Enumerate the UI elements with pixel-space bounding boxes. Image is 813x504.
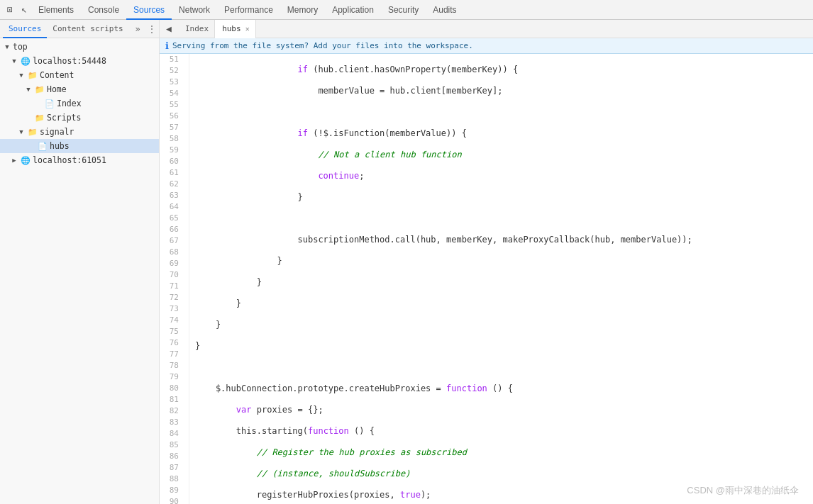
ln-78: 78 <box>160 360 183 371</box>
tab-console[interactable]: Console <box>81 0 126 20</box>
ln-61: 61 <box>160 167 183 179</box>
tree-item-home[interactable]: ▼ 📁 Home <box>0 82 159 96</box>
tree-item-scripts[interactable]: 📁 Scripts <box>0 111 159 125</box>
tab-performance[interactable]: Performance <box>217 0 280 20</box>
sidebar-tab-content-scripts[interactable]: Content scripts <box>47 20 128 38</box>
tab-memory[interactable]: Memory <box>280 0 325 20</box>
ln-57: 57 <box>160 122 183 133</box>
ln-76: 76 <box>160 337 183 349</box>
ln-72: 72 <box>160 292 183 303</box>
code-line-67: var proxies = {}; <box>195 404 813 415</box>
ln-51: 51 <box>160 54 183 65</box>
ln-58: 58 <box>160 133 183 145</box>
code-line-59: subscriptionMethod.call(hub, memberKey, … <box>195 234 813 245</box>
ln-55: 55 <box>160 99 183 111</box>
code-line-62: } <box>195 298 813 309</box>
ln-67: 67 <box>160 235 183 247</box>
tree-item-hubs[interactable]: 📄 hubs <box>0 139 159 153</box>
devtools-icon-1: ⊡ <box>3 0 17 20</box>
ln-59: 59 <box>160 145 183 156</box>
code-editor[interactable]: 51 52 53 54 55 56 57 58 59 60 61 62 63 6… <box>160 54 813 504</box>
tab-audits[interactable]: Audits <box>426 0 463 20</box>
ln-82: 82 <box>160 405 183 417</box>
ln-74: 74 <box>160 315 183 326</box>
tree-item-top[interactable]: ▼ top <box>0 40 159 54</box>
code-line-56: continue; <box>195 170 813 181</box>
line-numbers: 51 52 53 54 55 56 57 58 59 60 61 62 63 6… <box>160 54 189 504</box>
file-tab-hubs[interactable]: hubs ✕ <box>215 20 256 38</box>
code-line-65 <box>195 362 813 373</box>
ln-71: 71 <box>160 281 183 292</box>
tree-item-index[interactable]: 📄 Index <box>0 96 159 111</box>
code-line-52: memberValue = hub.client[memberKey]; <box>195 85 813 96</box>
code-line-64: } <box>195 340 813 352</box>
code-line-70: // (instance, shouldSubscribe) <box>195 468 813 479</box>
ln-79: 79 <box>160 371 183 383</box>
ln-68: 68 <box>160 247 183 258</box>
code-line-63: } <box>195 319 813 330</box>
info-banner-text: Serving from the file system? Add your f… <box>172 41 473 50</box>
tab-application[interactable]: Application <box>325 0 381 20</box>
ln-90: 90 <box>160 496 183 504</box>
ln-56: 56 <box>160 111 183 122</box>
info-icon: ℹ <box>165 40 169 51</box>
ln-62: 62 <box>160 179 183 190</box>
code-line-54: if (!$.isFunction(memberValue)) { <box>195 128 813 139</box>
ln-84: 84 <box>160 428 183 439</box>
ln-73: 73 <box>160 303 183 315</box>
ln-65: 65 <box>160 213 183 224</box>
code-line-68: this.starting(function () { <box>195 425 813 437</box>
ln-69: 69 <box>160 258 183 269</box>
code-line-51: if (hub.client.hasOwnProperty(memberKey)… <box>195 64 813 75</box>
ln-63: 63 <box>160 190 183 201</box>
ln-87: 87 <box>160 462 183 474</box>
ln-53: 53 <box>160 77 183 88</box>
tree-item-signalr[interactable]: ▼ 📁 signalr <box>0 125 159 139</box>
ln-70: 70 <box>160 269 183 281</box>
file-tab-index[interactable]: Index <box>178 20 215 38</box>
sidebar-tab-sources[interactable]: Sources <box>3 20 47 38</box>
sidebar-tabs: Sources Content scripts » ⋮ <box>0 20 159 38</box>
code-line-55: // Not a client hub function <box>195 149 813 160</box>
file-tabs-bar: ◀ Index hubs ✕ <box>160 20 813 38</box>
ln-80: 80 <box>160 383 183 394</box>
ln-86: 86 <box>160 451 183 462</box>
tree-item-localhost-54448[interactable]: ▼ 🌐 localhost:54448 <box>0 54 159 68</box>
code-line-60: } <box>195 255 813 267</box>
content-panel: ◀ Index hubs ✕ ℹ Serving from the file s… <box>160 20 813 504</box>
back-button[interactable]: ◀ <box>160 20 178 38</box>
main-layout: Sources Content scripts » ⋮ ▼ top ▼ 🌐 lo… <box>0 20 813 504</box>
ln-66: 66 <box>160 224 183 235</box>
ln-54: 54 <box>160 88 183 99</box>
ln-83: 83 <box>160 417 183 428</box>
tab-sources[interactable]: Sources <box>126 0 172 20</box>
code-line-66: $.hubConnection.prototype.createHubProxi… <box>195 383 813 394</box>
ln-77: 77 <box>160 349 183 360</box>
tab-network[interactable]: Network <box>172 0 217 20</box>
info-banner: ℹ Serving from the file system? Add your… <box>160 38 813 54</box>
ln-88: 88 <box>160 474 183 485</box>
ln-64: 64 <box>160 201 183 213</box>
ln-85: 85 <box>160 439 183 451</box>
ln-75: 75 <box>160 326 183 337</box>
ln-89: 89 <box>160 485 183 496</box>
sidebar: Sources Content scripts » ⋮ ▼ top ▼ 🌐 lo… <box>0 20 160 504</box>
tree-item-localhost-61051[interactable]: ▶ 🌐 localhost:61051 <box>0 153 159 167</box>
code-content: if (hub.client.hasOwnProperty(memberKey)… <box>189 54 813 504</box>
devtools-icon-2: ↖ <box>17 0 31 20</box>
tab-security[interactable]: Security <box>381 0 426 20</box>
ln-60: 60 <box>160 156 183 167</box>
ln-81: 81 <box>160 394 183 405</box>
file-tab-index-label: Index <box>185 24 209 33</box>
code-line-57: } <box>195 191 813 203</box>
sidebar-options-button[interactable]: ⋮ <box>148 24 156 34</box>
ln-52: 52 <box>160 65 183 77</box>
sidebar-more-button[interactable]: » <box>131 22 145 36</box>
file-tab-hubs-label: hubs <box>222 24 241 33</box>
file-tab-hubs-close[interactable]: ✕ <box>245 25 250 33</box>
tree-item-content[interactable]: ▼ 📁 Content <box>0 68 159 82</box>
code-line-53 <box>195 106 813 118</box>
tab-elements[interactable]: Elements <box>31 0 81 20</box>
code-line-71: registerHubProxies(proxies, true); <box>195 489 813 500</box>
code-line-61: } <box>195 276 813 288</box>
